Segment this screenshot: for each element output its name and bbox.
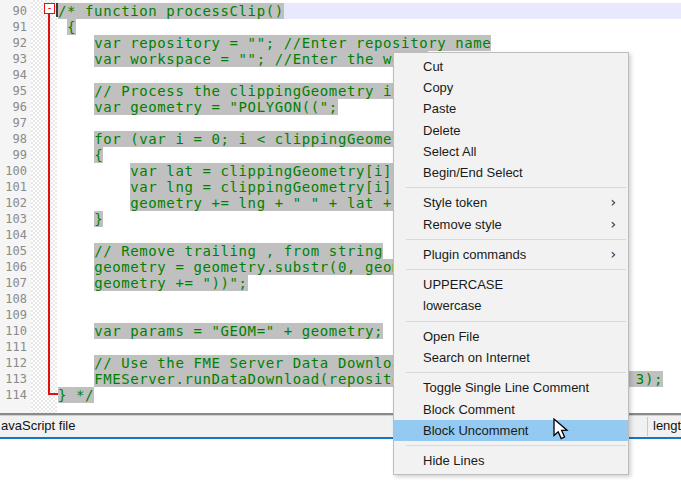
menu-separator xyxy=(406,321,626,322)
line-number: 105 xyxy=(0,243,27,259)
code-line[interactable]: for (var i = 0; i < clippingGeometry. xyxy=(58,131,428,147)
code-line[interactable]: geometry = geometry.substr(0, geometr xyxy=(58,259,428,275)
menu-separator xyxy=(406,269,626,270)
code-text: // Use the FME Server Data Download S xyxy=(94,355,428,371)
fold-guide-end xyxy=(48,393,58,395)
code-text: var lat = clippingGeometry[i][1]; xyxy=(130,163,428,179)
fold-collapse-icon[interactable]: - xyxy=(44,3,55,14)
status-length-label: lengt xyxy=(653,418,681,433)
text-caret xyxy=(56,3,58,17)
menu-item-begin-end-select[interactable]: Begin/End Select xyxy=(394,162,628,183)
code-text: { xyxy=(67,19,76,35)
menu-item-delete[interactable]: Delete xyxy=(394,120,628,141)
code-line[interactable]: geometry += lng + " " + lat + "," xyxy=(58,195,428,211)
status-separator xyxy=(647,417,648,436)
code-text: { xyxy=(94,147,103,163)
code-line[interactable]: var workspace = ""; //Enter the works xyxy=(58,51,428,67)
line-number: 94 xyxy=(0,67,27,83)
code-text: var lng = clippingGeometry[i][0]; xyxy=(130,179,428,195)
code-line[interactable]: var geometry = "POLYGON(("; xyxy=(58,99,338,115)
line-number: 90 xyxy=(0,3,27,19)
line-number: 103 xyxy=(0,211,27,227)
menu-item-search-on-internet[interactable]: Search on Internet xyxy=(394,347,628,368)
code-text: var workspace = ""; //Enter the works xyxy=(94,51,428,67)
menu-item-select-all[interactable]: Select All xyxy=(394,141,628,162)
line-number: 98 xyxy=(0,131,27,147)
code-text: geometry = geometry.substr(0, geometr xyxy=(94,259,428,275)
menu-item-cut[interactable]: Cut xyxy=(394,56,628,77)
line-number: 97 xyxy=(0,115,27,131)
code-line[interactable]: var lat = clippingGeometry[i][1]; xyxy=(58,163,428,179)
code-text: geometry += "))"; xyxy=(94,275,248,291)
code-line[interactable]: var params = "GEOM=" + geometry; xyxy=(58,323,383,339)
submenu-arrow-icon: › xyxy=(610,192,616,213)
line-number: 109 xyxy=(0,307,27,323)
code-text: } */ xyxy=(58,387,94,403)
line-number: 102 xyxy=(0,195,27,211)
code-text: // Process the clippingGeometry into xyxy=(94,83,419,99)
menu-item-uppercase[interactable]: UPPERCASE xyxy=(394,274,628,295)
menu-item-block-comment[interactable]: Block Comment xyxy=(394,399,628,420)
line-number: 108 xyxy=(0,291,27,307)
line-number: 113 xyxy=(0,371,27,387)
code-line[interactable]: // Remove trailing , from string xyxy=(58,243,383,259)
menu-separator xyxy=(406,372,626,373)
fold-margin[interactable] xyxy=(31,0,57,413)
line-number: 96 xyxy=(0,99,27,115)
mouse-pointer-icon xyxy=(553,418,575,446)
line-number: 100 xyxy=(0,163,27,179)
menu-separator xyxy=(406,445,626,446)
code-line[interactable]: geometry += "))"; xyxy=(58,275,248,291)
line-number: 112 xyxy=(0,355,27,371)
code-text: for (var i = 0; i < clippingGeometry. xyxy=(94,131,428,147)
line-number: 91 xyxy=(0,19,27,35)
menu-item-style-token[interactable]: Style token› xyxy=(394,192,628,213)
menu-item-hide-lines[interactable]: Hide Lines xyxy=(394,450,628,471)
menu-item-plugin-commands[interactable]: Plugin commands› xyxy=(394,244,628,265)
line-number: 92 xyxy=(0,35,27,51)
submenu-arrow-icon: › xyxy=(610,244,616,265)
menu-separator xyxy=(406,187,626,188)
code-text: var params = "GEOM=" + geometry; xyxy=(94,323,383,339)
menu-item-open-file[interactable]: Open File xyxy=(394,326,628,347)
code-line[interactable]: var lng = clippingGeometry[i][0]; xyxy=(58,179,428,195)
submenu-arrow-icon: › xyxy=(610,214,616,235)
line-number: 99 xyxy=(0,147,27,163)
line-number: 110 xyxy=(0,323,27,339)
code-line[interactable]: // Use the FME Server Data Download S xyxy=(58,355,428,371)
code-text: } xyxy=(94,211,103,227)
line-number: 95 xyxy=(0,83,27,99)
line-number-margin: 9091929394959697989910010110210310410510… xyxy=(0,0,31,413)
menu-separator xyxy=(406,239,626,240)
line-number: 111 xyxy=(0,339,27,355)
code-line[interactable]: // Process the clippingGeometry into xyxy=(58,83,419,99)
code-line[interactable]: } xyxy=(58,211,103,227)
menu-item-toggle-single-line-comment[interactable]: Toggle Single Line Comment xyxy=(394,377,628,398)
menu-item-copy[interactable]: Copy xyxy=(394,77,628,98)
code-line[interactable]: var repository = ""; //Enter repository … xyxy=(58,35,491,51)
line-number: 107 xyxy=(0,275,27,291)
status-doctype-label: avaScript file xyxy=(1,418,75,433)
fold-guide-line xyxy=(48,14,50,395)
code-line[interactable]: { xyxy=(58,147,103,163)
line-number: 106 xyxy=(0,259,27,275)
menu-item-paste[interactable]: Paste xyxy=(394,98,628,119)
menu-item-block-uncomment[interactable]: Block Uncomment xyxy=(394,420,628,441)
menu-item-remove-style[interactable]: Remove style› xyxy=(394,214,628,235)
code-line[interactable]: /* function processClip() xyxy=(58,3,284,19)
code-line[interactable]: { xyxy=(58,19,76,35)
code-text: /* function processClip() xyxy=(58,3,284,19)
code-text: var geometry = "POLYGON(("; xyxy=(94,99,338,115)
code-text: // Remove trailing , from string xyxy=(94,243,383,259)
line-number: 114 xyxy=(0,387,27,403)
code-line[interactable]: } */ xyxy=(58,387,94,403)
menu-item-lowercase[interactable]: lowercase xyxy=(394,295,628,316)
context-menu: CutCopyPasteDeleteSelect AllBegin/End Se… xyxy=(393,52,629,475)
code-text: geometry += lng + " " + lat + "," xyxy=(130,195,428,211)
code-text: var repository = ""; //Enter repository … xyxy=(94,35,491,51)
line-number: 93 xyxy=(0,51,27,67)
line-number: 104 xyxy=(0,227,27,243)
line-number: 101 xyxy=(0,179,27,195)
